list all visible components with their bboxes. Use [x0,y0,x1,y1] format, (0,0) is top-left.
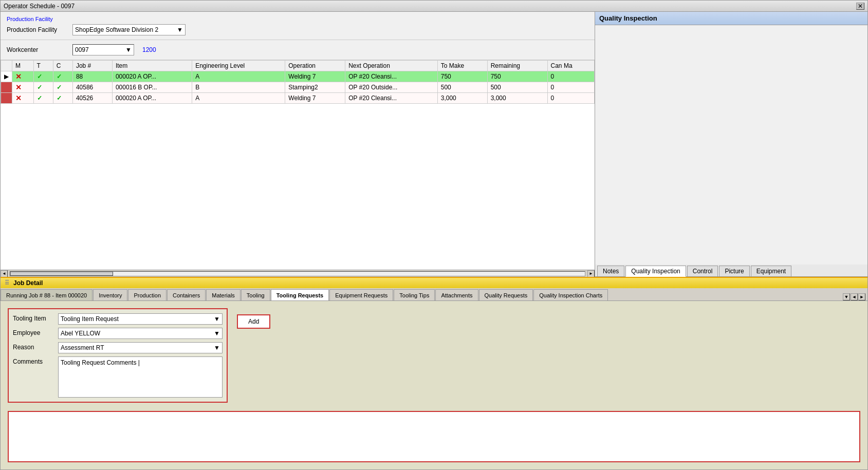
col-m: M [12,61,34,71]
col-op: Operation [285,61,345,71]
col-op-val: Welding 7 [285,93,345,104]
tab-scroll-down-button[interactable]: ▼ [843,293,850,300]
tab-picture[interactable]: Picture [719,266,749,276]
col-item-val: 000020 A OP... [112,71,192,82]
tooling-item-value: Tooling Item Request [61,315,119,323]
col-can-make: Can Ma [547,61,594,71]
col-to-make-val: 750 [437,71,487,82]
employee-row: Employee Abel YELLOW ▼ [13,328,223,339]
job-table: M T C Job # Item Engineering Level Opera… [1,60,595,104]
comments-label: Comments [13,356,54,365]
col-job: Job # [72,61,112,71]
employee-dropdown[interactable]: Abel YELLOW ▼ [58,328,223,339]
col-op-val: Stamping2 [285,82,345,93]
row-indicator2 [1,93,12,104]
comments-textarea[interactable]: Tooling Request Comments | [58,356,223,398]
tab-scroll-buttons: ▼ ◄ ► [843,293,867,300]
title-bar: Operator Schedule - 0097 ✕ [1,1,867,12]
production-facility-label: Production Facility [7,26,68,33]
col-item-val: 000016 B OP... [112,82,192,93]
col-t-val: ✓ [33,93,53,104]
workcenter-label: Workcenter [7,46,68,53]
tooling-requests-table-area [8,411,860,462]
col-t: T [33,61,53,71]
tab-inventory[interactable]: Inventory [93,289,127,300]
scroll-right-button[interactable]: ► [587,270,595,277]
tooling-form-container: Tooling Item Tooling Item Request ▼ Empl… [8,308,228,403]
scroll-track[interactable] [10,271,585,276]
tab-running-job[interactable]: Running Job # 88 - Item 000020 [1,289,93,300]
col-m-val: ✕ [12,71,34,82]
tab-notes[interactable]: Notes [597,266,624,276]
job-detail-title: Job Detail [13,279,43,287]
job-table-section: M T C Job # Item Engineering Level Opera… [1,60,595,270]
production-facility-row: Production Facility ShopEdge Software Di… [7,24,588,35]
reason-dropdown[interactable]: Assessment RT ▼ [58,342,223,353]
col-item-val: 000020 A OP... [112,93,192,104]
tab-quality-requests[interactable]: Quality Requests [479,289,533,300]
add-button[interactable]: Add [237,314,270,329]
tab-control[interactable]: Control [687,266,718,276]
scroll-left-button[interactable]: ◄ [1,270,8,277]
job-detail-tabs: Running Job # 88 - Item 000020 Inventory… [1,288,867,301]
close-button[interactable]: ✕ [856,3,864,10]
col-next-op-val: OP #20 Outside... [345,82,438,93]
employee-label: Employee [13,328,54,336]
comments-row: Comments Tooling Request Comments | [13,356,223,398]
tab-tooling-tips[interactable]: Tooling Tips [394,289,435,300]
production-facility-dropdown[interactable]: ShopEdge Software Division 2 ▼ [72,24,186,35]
main-window: Operator Schedule - 0097 ✕ Production Fa… [0,0,868,470]
workcenter-input[interactable]: 0097 ▼ [72,44,134,55]
col-to-make-val: 500 [437,82,487,93]
tab-materials[interactable]: Materials [206,289,241,300]
col-to-make-val: 3,000 [437,93,487,104]
reason-value: Assessment RT [61,344,104,351]
col-can-make-val: 0 [547,82,594,93]
col-can-make-val: 0 [547,71,594,82]
employee-arrow: ▼ [214,330,220,337]
add-button-container: Add [237,312,270,329]
tooling-requests-content: Tooling Item Tooling Item Request ▼ Empl… [1,301,867,469]
col-remaining-val: 500 [487,82,547,93]
col-next-op-val: OP #20 Cleansi... [345,93,438,104]
col-can-make-val: 0 [547,93,594,104]
production-facility-value: ShopEdge Software Division 2 [75,26,158,33]
col-arrow [1,61,12,71]
tooling-item-arrow: ▼ [214,315,220,323]
col-eng-val: B [192,82,285,93]
tab-quality-inspection-charts[interactable]: Quality Inspection Charts [533,289,608,300]
tab-scroll-prev-button[interactable]: ◄ [851,293,858,300]
scroll-thumb[interactable] [10,272,113,276]
table-row[interactable]: ▶ ✕ ✓ ✓ 88 000020 A OP... A Welding 7 OP… [1,71,595,82]
qi-header: Quality Inspection [595,12,867,25]
workcenter-section: Workcenter 0097 ▼ 1200 [1,40,595,60]
col-next-op-val: OP #20 Cleansi... [345,71,438,82]
production-facility-section: Production Facility Production Facility … [1,12,595,40]
table-row[interactable]: ✕ ✓ ✓ 40586 000016 B OP... B Stamping2 O… [1,82,595,93]
workcenter-link[interactable]: 1200 [142,46,156,53]
col-c-val: ✓ [53,93,72,104]
tab-tooling-requests[interactable]: Tooling Requests [271,289,329,300]
tooling-item-dropdown[interactable]: Tooling Item Request ▼ [58,313,223,325]
tab-production[interactable]: Production [128,289,167,300]
tab-equipment-requests[interactable]: Equipment Requests [329,289,393,300]
production-facility-arrow: ▼ [177,26,183,33]
tab-tooling[interactable]: Tooling [241,289,270,300]
tab-containers[interactable]: Containers [167,289,206,300]
col-m-val: ✕ [12,82,34,93]
col-t-val: ✓ [33,71,53,82]
row-indicator [1,82,12,93]
col-eng-val: A [192,71,285,82]
table-row[interactable]: ✕ ✓ ✓ 40526 000020 A OP... A Welding 7 O… [1,93,595,104]
window-title: Operator Schedule - 0097 [4,3,75,10]
horizontal-scrollbar[interactable]: ◄ ► [1,270,595,277]
job-detail-section: ⠿ Job Detail Running Job # 88 - Item 000… [1,277,867,469]
tab-equipment[interactable]: Equipment [751,266,791,276]
qi-tabs: Notes Quality Inspection Control Picture… [595,265,867,277]
tab-scroll-next-button[interactable]: ► [858,293,865,300]
col-eng: Engineering Level [192,61,285,71]
tab-quality-inspection[interactable]: Quality Inspection [625,266,686,277]
production-facility-link[interactable]: Production Facility [7,16,588,22]
col-next-op: Next Operation [345,61,438,71]
tab-attachments[interactable]: Attachments [435,289,478,300]
